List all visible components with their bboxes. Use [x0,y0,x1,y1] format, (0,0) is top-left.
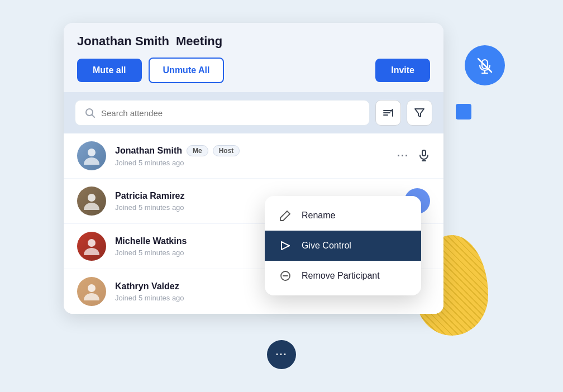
header-actions: Mute all Unmute All Invite [77,58,430,83]
avatar [77,277,106,306]
deco-blue-square [456,104,471,119]
avatar-initials [77,141,106,170]
search-box [75,100,370,126]
attendee-name: Jonathan Smith [115,146,182,156]
svg-line-5 [92,115,95,118]
filter-button[interactable] [407,100,432,126]
header-user-name: Jonathan Smith [77,34,169,49]
deco-mute-circle [465,45,505,85]
search-area [64,92,443,133]
bottom-more-button[interactable]: ··· [267,340,296,369]
menu-item-label: Rename [302,211,335,221]
invite-button[interactable]: Invite [375,59,430,82]
rename-icon [278,208,293,223]
avatar-illustration [80,190,103,212]
sort-button[interactable] [375,100,401,126]
dots-label: ··· [275,349,287,361]
header-section: Meeting [176,34,222,49]
attendee-status: Joined 5 minutes ago [115,159,388,167]
search-input[interactable] [101,108,360,118]
menu-item-remove-participant[interactable]: Remove Participant [265,261,421,291]
filter-icon [413,107,426,119]
attendee-name: Kathryn Valdez [115,281,179,291]
svg-point-15 [88,284,96,292]
microphone-off-icon [475,55,495,75]
mute-all-button[interactable]: Mute all [77,59,142,82]
attendee-name: Patricia Ramirez [115,191,185,201]
avatar [77,232,106,261]
menu-item-label: Give Control [302,241,351,251]
more-options-button[interactable]: ··· [397,150,409,162]
scene: Jonathan Smith Meeting Mute all Unmute A… [41,12,522,380]
svg-point-14 [88,239,96,247]
badge-host: Host [213,145,240,156]
remove-icon [278,269,293,283]
search-icon [84,107,96,118]
mic-button[interactable] [418,149,430,163]
attendee-name: Michelle Watkins [115,236,187,246]
attendee-info: Jonathan Smith Me Host Joined 5 minutes … [115,145,388,167]
menu-item-label: Remove Participant [302,271,380,281]
avatar-illustration [80,280,103,303]
avatar [77,141,106,170]
svg-point-9 [88,149,96,156]
menu-item-rename[interactable]: Rename [265,200,421,231]
svg-point-13 [88,194,96,202]
panel-header: Jonathan Smith Meeting Mute all Unmute A… [64,23,443,92]
svg-rect-10 [422,150,426,156]
microphone-icon [418,149,430,161]
attendee-actions: ··· [397,149,430,163]
give-control-icon [278,238,293,253]
avatar [77,187,106,216]
menu-item-give-control[interactable]: Give Control [265,231,421,261]
badge-me: Me [187,145,208,156]
unmute-all-button[interactable]: Unmute All [149,58,225,83]
header-titles: Jonathan Smith Meeting [77,34,430,49]
context-menu: Rename Give Control Remove Participant [265,196,421,295]
attendee-name-row: Jonathan Smith Me Host [115,145,388,156]
table-row: Jonathan Smith Me Host Joined 5 minutes … [64,133,443,179]
sort-icon [382,107,394,119]
avatar-illustration [80,235,103,257]
